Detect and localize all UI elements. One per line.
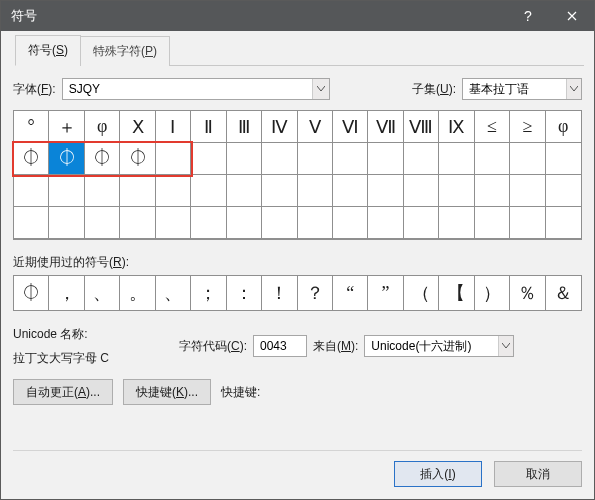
- recent-symbol-cell[interactable]: ，: [49, 276, 84, 310]
- symbol-cell[interactable]: [368, 207, 403, 239]
- symbol-cell[interactable]: [404, 207, 439, 239]
- symbol-cell[interactable]: ⏀: [120, 143, 155, 175]
- symbol-cell[interactable]: Ⅰ: [156, 111, 191, 143]
- recent-symbol-cell[interactable]: 、: [156, 276, 191, 310]
- symbol-cell[interactable]: φ: [85, 111, 120, 143]
- symbol-cell[interactable]: [368, 175, 403, 207]
- recent-symbol-cell[interactable]: ”: [368, 276, 403, 310]
- recent-symbol-cell[interactable]: ＆: [546, 276, 581, 310]
- symbol-cell[interactable]: Ⅹ: [120, 111, 155, 143]
- symbol-cell[interactable]: [475, 175, 510, 207]
- symbol-cell[interactable]: Ⅷ: [404, 111, 439, 143]
- symbol-cell[interactable]: [333, 143, 368, 175]
- symbol-cell[interactable]: [191, 175, 226, 207]
- symbol-cell[interactable]: ≤: [475, 111, 510, 143]
- symbol-cell[interactable]: [262, 143, 297, 175]
- symbol-cell[interactable]: [439, 175, 474, 207]
- symbol-cell[interactable]: [191, 143, 226, 175]
- symbol-cell[interactable]: [368, 143, 403, 175]
- recent-symbol-cell[interactable]: ！: [262, 276, 297, 310]
- autocorrect-button[interactable]: 自动更正(A)...: [13, 379, 113, 405]
- symbol-cell[interactable]: [546, 143, 581, 175]
- symbol-cell[interactable]: [439, 143, 474, 175]
- symbol-cell[interactable]: Ⅶ: [368, 111, 403, 143]
- symbol-cell[interactable]: [510, 207, 545, 239]
- symbol-cell[interactable]: Ⅲ: [227, 111, 262, 143]
- symbol-cell[interactable]: [404, 175, 439, 207]
- subset-input[interactable]: [463, 79, 566, 99]
- recent-symbol-cell[interactable]: 、: [85, 276, 120, 310]
- font-combo-caret[interactable]: [312, 79, 329, 99]
- subset-combo-caret[interactable]: [566, 79, 581, 99]
- font-combo[interactable]: [62, 78, 330, 100]
- symbol-cell[interactable]: [14, 175, 49, 207]
- symbol-cell[interactable]: [14, 207, 49, 239]
- symbol-cell[interactable]: [298, 143, 333, 175]
- recent-symbol-cell[interactable]: ⏀: [14, 276, 49, 310]
- symbol-cell[interactable]: [191, 207, 226, 239]
- symbol-cell[interactable]: [333, 207, 368, 239]
- symbol-cell[interactable]: [475, 143, 510, 175]
- symbol-cell[interactable]: [156, 143, 191, 175]
- symbol-cell[interactable]: [404, 143, 439, 175]
- symbol-cell[interactable]: φ: [546, 111, 581, 143]
- help-button[interactable]: ?: [506, 1, 550, 31]
- symbol-cell[interactable]: [546, 175, 581, 207]
- symbol-cell[interactable]: [439, 207, 474, 239]
- symbol-cell[interactable]: Ⅳ: [262, 111, 297, 143]
- symbol-grid[interactable]: °＋φⅩⅠⅡⅢⅣⅤⅥⅦⅧⅨ≤≥φ⏀⏀⏀⏀: [14, 111, 581, 239]
- symbol-cell[interactable]: Ⅸ: [439, 111, 474, 143]
- recent-symbol-grid[interactable]: ⏀，、。、；：！？“”（【）％＆: [13, 275, 582, 311]
- recent-symbol-cell[interactable]: 。: [120, 276, 155, 310]
- symbol-cell[interactable]: [546, 207, 581, 239]
- shortcut-button[interactable]: 快捷键(K)...: [123, 379, 211, 405]
- symbol-cell[interactable]: ⏀: [14, 143, 49, 175]
- symbol-cell[interactable]: ＋: [49, 111, 84, 143]
- char-code-input[interactable]: [253, 335, 307, 357]
- symbol-cell[interactable]: [510, 175, 545, 207]
- symbol-cell[interactable]: [262, 175, 297, 207]
- subset-combo[interactable]: [462, 78, 582, 100]
- from-input[interactable]: [365, 336, 497, 356]
- tab-special-characters[interactable]: 特殊字符(P): [80, 36, 170, 66]
- recent-symbol-cell[interactable]: ；: [191, 276, 226, 310]
- symbol-cell[interactable]: [85, 175, 120, 207]
- close-button[interactable]: [550, 1, 594, 31]
- insert-button[interactable]: 插入(I): [394, 461, 482, 487]
- symbol-cell[interactable]: [49, 175, 84, 207]
- symbol-cell[interactable]: [510, 143, 545, 175]
- symbol-cell[interactable]: [156, 207, 191, 239]
- recent-symbol-cell[interactable]: （: [404, 276, 439, 310]
- tab-symbols[interactable]: 符号(S): [15, 35, 81, 66]
- recent-symbol-cell[interactable]: “: [333, 276, 368, 310]
- symbol-cell[interactable]: ⏀: [85, 143, 120, 175]
- recent-symbol-cell[interactable]: ）: [475, 276, 510, 310]
- symbol-cell[interactable]: [120, 175, 155, 207]
- from-combo[interactable]: [364, 335, 514, 357]
- symbol-cell[interactable]: Ⅵ: [333, 111, 368, 143]
- symbol-cell[interactable]: [298, 175, 333, 207]
- symbol-cell[interactable]: [49, 207, 84, 239]
- symbol-cell[interactable]: [120, 207, 155, 239]
- symbol-cell[interactable]: [85, 207, 120, 239]
- symbol-cell[interactable]: [227, 207, 262, 239]
- symbol-cell[interactable]: °: [14, 111, 49, 143]
- symbol-cell[interactable]: ⏀: [49, 143, 84, 175]
- font-input[interactable]: [63, 79, 312, 99]
- recent-symbol-cell[interactable]: ：: [227, 276, 262, 310]
- symbol-cell[interactable]: [298, 207, 333, 239]
- symbol-cell[interactable]: Ⅱ: [191, 111, 226, 143]
- symbol-cell[interactable]: [227, 175, 262, 207]
- symbol-cell[interactable]: ≥: [510, 111, 545, 143]
- from-combo-caret[interactable]: [498, 336, 514, 356]
- symbol-cell[interactable]: [156, 175, 191, 207]
- symbol-cell[interactable]: [333, 175, 368, 207]
- recent-symbol-cell[interactable]: ％: [510, 276, 545, 310]
- recent-symbol-cell[interactable]: ？: [298, 276, 333, 310]
- symbol-cell[interactable]: Ⅴ: [298, 111, 333, 143]
- cancel-button[interactable]: 取消: [494, 461, 582, 487]
- recent-symbol-cell[interactable]: 【: [439, 276, 474, 310]
- symbol-cell[interactable]: [227, 143, 262, 175]
- symbol-cell[interactable]: [262, 207, 297, 239]
- symbol-cell[interactable]: [475, 207, 510, 239]
